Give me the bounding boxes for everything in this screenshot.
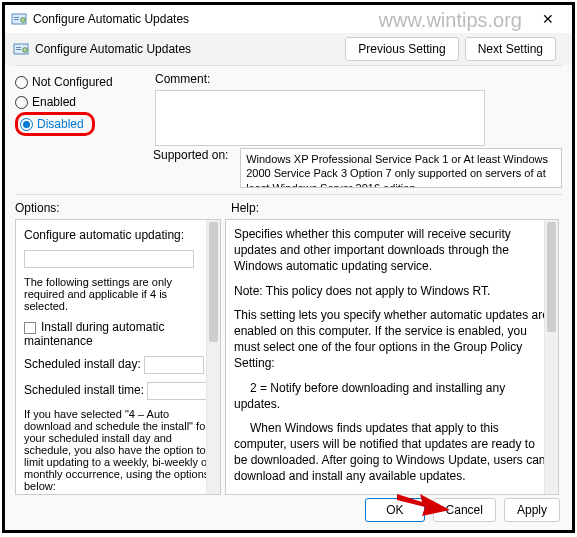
radio-label: Not Configured <box>32 75 113 89</box>
help-text: Note: This policy does not apply to Wind… <box>234 283 550 299</box>
svg-rect-1 <box>14 17 19 18</box>
help-text: 2 = Notify before downloading and instal… <box>234 380 550 412</box>
comment-label: Comment: <box>155 72 245 86</box>
scheduled-time-label: Scheduled install time: <box>24 383 144 397</box>
options-scrollbar[interactable] <box>206 220 220 494</box>
state-radios: Not Configured Enabled Disabled <box>15 72 155 146</box>
ok-button[interactable]: OK <box>365 498 424 522</box>
help-text: 3 = (Default setting) Download the updat… <box>234 493 550 495</box>
svg-rect-5 <box>16 47 21 48</box>
close-button[interactable]: ✕ <box>528 11 568 27</box>
options-para: If you have selected "4 – Auto download … <box>24 408 212 492</box>
options-label: Options: <box>15 201 231 215</box>
help-label: Help: <box>231 201 259 215</box>
radio-disabled[interactable]: Disabled <box>15 112 95 136</box>
radio-icon <box>20 118 33 131</box>
cancel-button[interactable]: Cancel <box>433 498 496 522</box>
radio-not-configured[interactable]: Not Configured <box>15 72 155 92</box>
radio-icon <box>15 96 28 109</box>
help-text: This setting lets you specify whether au… <box>234 307 550 372</box>
svg-point-7 <box>23 48 28 53</box>
previous-setting-button[interactable]: Previous Setting <box>345 37 458 61</box>
configure-updating-select[interactable] <box>24 250 194 268</box>
svg-rect-2 <box>14 19 19 20</box>
policy-icon <box>13 41 29 57</box>
policy-name: Configure Automatic Updates <box>35 42 345 56</box>
titlebar: Configure Automatic Updates ✕ <box>5 5 572 33</box>
window-title: Configure Automatic Updates <box>33 12 528 26</box>
comment-input[interactable] <box>155 90 485 146</box>
supported-on-label: Supported on: <box>153 148 240 162</box>
apply-button[interactable]: Apply <box>504 498 560 522</box>
help-text: Specifies whether this computer will rec… <box>234 226 550 275</box>
radio-label: Disabled <box>37 117 84 131</box>
radio-icon <box>15 76 28 89</box>
checkbox-icon <box>24 322 36 334</box>
checkbox-label: Install during automatic maintenance <box>24 320 164 348</box>
policy-icon <box>11 11 27 27</box>
radio-enabled[interactable]: Enabled <box>15 92 155 112</box>
dialog-buttons: OK Cancel Apply <box>365 498 560 522</box>
radio-label: Enabled <box>32 95 76 109</box>
svg-point-3 <box>21 18 26 23</box>
install-maintenance-checkbox[interactable]: Install during automatic maintenance <box>24 320 212 348</box>
supported-on-text: Windows XP Professional Service Pack 1 o… <box>240 148 562 188</box>
options-pane: Configure automatic updating: The follow… <box>15 219 221 495</box>
help-pane: Specifies whether this computer will rec… <box>225 219 559 495</box>
help-scrollbar[interactable] <box>544 220 558 494</box>
scrollbar-thumb[interactable] <box>547 222 556 332</box>
svg-rect-6 <box>16 49 21 50</box>
scheduled-time-select[interactable] <box>147 382 207 400</box>
help-text: When Windows finds updates that apply to… <box>234 420 550 485</box>
scheduled-day-select[interactable] <box>144 356 204 374</box>
next-setting-button[interactable]: Next Setting <box>465 37 556 61</box>
scrollbar-thumb[interactable] <box>209 222 218 342</box>
configure-updating-label: Configure automatic updating: <box>24 228 212 242</box>
dialog-window: Configure Automatic Updates ✕ www.wintip… <box>2 2 575 533</box>
subheader: Configure Automatic Updates Previous Set… <box>5 33 572 65</box>
options-note: The following settings are only required… <box>24 276 212 312</box>
scheduled-day-label: Scheduled install day: <box>24 357 141 371</box>
